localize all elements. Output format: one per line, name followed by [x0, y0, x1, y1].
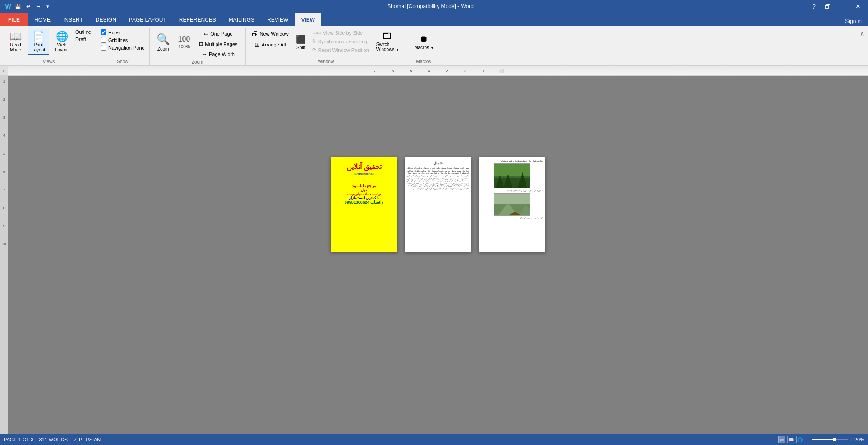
one-page-button[interactable]: ▭ One Page — [195, 29, 241, 38]
view-mode-icons: ▭ 📖 🌐 — [778, 436, 803, 443]
qat-area: W 💾 ↩ ↪ ▾ — [4, 2, 52, 11]
undo-button[interactable]: ↩ — [23, 2, 32, 11]
collapse-ribbon-button[interactable]: ∧ — [858, 28, 866, 65]
page-view-col: ▭ One Page ⊞ Multiple Pages ↔ Page Width — [195, 29, 241, 59]
vruler-9: 9 — [0, 224, 8, 242]
reading-view-icon[interactable]: 📖 — [787, 436, 794, 443]
read-mode-button[interactable]: 📖 ReadMode — [5, 29, 26, 55]
tab-review[interactable]: REVIEW — [261, 13, 295, 26]
page2-title: شمال — [407, 161, 469, 166]
zoom-in-button[interactable]: + — [850, 437, 853, 442]
title-bar: W 💾 ↩ ↪ ▾ Shomal [Compatibility Mode] - … — [0, 0, 868, 13]
outline-button[interactable]: Outline — [74, 29, 92, 35]
window-top-row: 🗗 New Window ⊞ Arrange All — [249, 29, 291, 50]
switch-label: SwitchWindows ▾ — [376, 42, 398, 52]
window-controls: ? 🗗 — ✕ — [808, 2, 864, 11]
tab-page-layout[interactable]: PAGE LAYOUT — [123, 13, 173, 26]
window-content: 🗗 New Window ⊞ Arrange All ⬛ Split ▭▭ Vi… — [249, 28, 403, 58]
ruler-numbers: 7 6 5 4 3 2 1 ⬜ — [8, 69, 868, 73]
gridlines-check[interactable] — [101, 37, 106, 43]
draft-button[interactable]: Draft — [74, 36, 92, 42]
tab-view[interactable]: VIEW — [295, 13, 321, 26]
help-button[interactable]: ? — [808, 2, 819, 11]
vruler-2: 2 — [0, 97, 8, 116]
tab-references[interactable]: REFERENCES — [173, 13, 222, 26]
window-right-col: ▭▭ View Side by Side ⇅ Synchronous Scrol… — [311, 29, 370, 54]
page-width-button[interactable]: ↔ Page Width — [195, 50, 241, 59]
view-side-icon: ▭▭ — [312, 30, 321, 36]
tab-home[interactable]: HOME — [28, 13, 57, 26]
web-view-icon[interactable]: 🌐 — [796, 436, 803, 443]
quick-access-toolbar: W 💾 ↩ ↪ ▾ — [4, 2, 52, 11]
macros-button[interactable]: ⏺ Macros ▾ — [410, 29, 437, 55]
ruler-num-7: 7 — [366, 69, 384, 73]
ruler-num-5: 5 — [402, 69, 420, 73]
ruler-num-4: 4 — [420, 69, 438, 73]
arrange-all-icon: ⊞ — [254, 41, 260, 48]
restore-button[interactable]: 🗗 — [821, 2, 835, 11]
tab-mailings[interactable]: MAILINGS — [222, 13, 261, 26]
arrange-all-button[interactable]: ⊞ Arrange All — [249, 40, 291, 50]
document-page-2[interactable]: شمال شمال ایران منطقه‌ای است با پوشش جنگ… — [405, 157, 471, 252]
zoom-button[interactable]: 🔍 Zoom — [153, 29, 173, 55]
document-page-3[interactable]: جنگل‌های شمال ایران از جمله مناطق بکر و … — [479, 157, 545, 252]
ruler-num-6: 6 — [384, 69, 402, 73]
draft-label: Draft — [75, 37, 86, 42]
multiple-pages-button[interactable]: ⊞ Multiple Pages — [195, 39, 241, 49]
ruler-check[interactable] — [101, 29, 106, 35]
print-layout-button[interactable]: 📄 PrintLayout — [28, 29, 49, 55]
save-button[interactable]: 💾 — [14, 2, 23, 11]
ruler-checkbox[interactable]: Ruler — [100, 29, 146, 36]
show-group-label: Show — [100, 58, 146, 65]
page3-forest-image-top — [494, 163, 530, 188]
views-content: 📖 ReadMode 📄 PrintLayout 🌐 WebLayout Out… — [5, 28, 92, 58]
zoom100-button[interactable]: 100 100% — [175, 29, 194, 55]
zoom-slider[interactable] — [812, 439, 848, 440]
zoom-level[interactable]: 20% — [854, 437, 864, 442]
sign-in-button[interactable]: Sign in — [839, 16, 868, 26]
zoom100-icon: 100 — [178, 35, 190, 43]
ribbon-content: 📖 ReadMode 📄 PrintLayout 🌐 WebLayout Out… — [0, 26, 868, 66]
minimize-button[interactable]: — — [836, 2, 850, 11]
one-page-label: One Page — [210, 31, 233, 37]
switch-icon: 🗔 — [383, 32, 391, 41]
document-content[interactable]: تحقیق آنلاین Tahghighonline.ir ← مرجع دا… — [8, 76, 868, 434]
tab-file[interactable]: FILE — [0, 13, 28, 26]
tab-design[interactable]: DESIGN — [89, 13, 123, 26]
sync-scrolling-button[interactable]: ⇅ Synchronous Scrolling — [311, 37, 370, 45]
gridlines-checkbox[interactable]: Gridlines — [100, 37, 146, 43]
web-layout-button[interactable]: 🌐 WebLayout — [51, 29, 73, 55]
zoom-icon: 🔍 — [157, 33, 170, 46]
document-page-1[interactable]: تحقیق آنلاین Tahghighonline.ir ← مرجع دا… — [331, 157, 397, 252]
views-group-label: Views — [5, 58, 92, 65]
collapse-icon: ∧ — [860, 30, 864, 37]
reset-label: Reset Window Position — [318, 47, 369, 53]
reset-window-button[interactable]: ⟳ Reset Window Position — [311, 46, 370, 54]
split-button[interactable]: ⬛ Split — [293, 29, 309, 55]
check-icon: ✓ — [73, 437, 77, 443]
switch-windows-button[interactable]: 🗔 SwitchWindows ▾ — [372, 29, 402, 55]
tab-insert[interactable]: INSERT — [57, 13, 89, 26]
zoom-out-button[interactable]: − — [807, 437, 810, 442]
customize-qat-button[interactable]: ▾ — [43, 2, 52, 11]
navpane-check[interactable] — [101, 45, 106, 51]
navigation-pane-checkbox[interactable]: Navigation Pane — [100, 44, 146, 51]
page-width-label: Page Width — [209, 51, 235, 57]
outline-label: Outline — [75, 29, 91, 35]
page-indicator[interactable]: PAGE 1 OF 3 — [4, 437, 33, 442]
word-count[interactable]: 311 WORDS — [39, 437, 68, 442]
page3-footer-text: از جاذبه‌های اصلی توریستی ایران هستند — [481, 217, 543, 219]
new-window-button[interactable]: 🗗 New Window — [249, 29, 291, 39]
print-view-icon[interactable]: ▭ — [778, 436, 785, 443]
redo-button[interactable]: ↪ — [33, 2, 42, 11]
close-button[interactable]: ✕ — [852, 2, 864, 11]
page1-title: تحقیق آنلاین — [346, 162, 382, 171]
zoom-content: 🔍 Zoom 100 100% ▭ One Page ⊞ Multiple Pa… — [153, 28, 242, 59]
view-side-by-side-button[interactable]: ▭▭ View Side by Side — [311, 29, 370, 37]
page3-mid-text: مناطق جنگلی شمال کشور با وسعت قابل توجه … — [481, 190, 543, 192]
zoom-controls: − + 20% — [807, 437, 864, 442]
language-label[interactable]: PERSIAN — [79, 437, 101, 442]
split-icon: ⬛ — [296, 34, 306, 44]
zoom-label: Zoom — [157, 46, 169, 51]
gridlines-label: Gridlines — [108, 37, 128, 43]
